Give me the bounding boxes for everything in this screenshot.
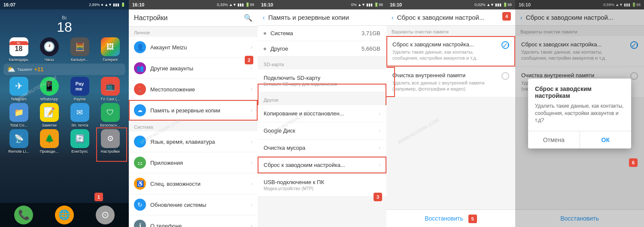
update-label: Обновление системы [150,202,251,208]
sdcard-item[interactable]: Подключить SD-карту Вставьте SD-карту дл… [258,70,386,92]
search-icon[interactable]: 🔍 [244,14,252,22]
app-label-whatsapp: WhatsApp [36,97,62,101]
apps-label: Приложения [150,160,251,166]
arrow-apps: › [251,160,252,166]
remoteli-icon: 📡 [9,129,28,148]
about-icon: ℹ [134,220,146,227]
dialog-buttons: Отмена ОК [528,131,631,148]
memory-title: Память и резервные копии [268,14,381,21]
settings-app-icon: ⚙ [101,129,120,148]
app-payme[interactable]: Payme Payme [67,77,93,101]
app-label-security: Безопасн... [97,123,123,127]
back-arrow-3[interactable]: ‹ [263,14,265,21]
settings-item-accounts[interactable]: 👥 Другие аккаунты › [129,58,258,79]
totalco-icon: 📁 [9,103,28,122]
app-remoteli[interactable]: 📡 Remote Li... [6,129,32,154]
telegram-icon: ✈ [9,77,28,96]
arrow-language: › [251,139,252,145]
settings-item-update[interactable]: ↻ Обновление системы › [129,194,258,215]
app-label-payme: Payme [67,97,93,101]
app-label-remoteli: Remote Li... [6,149,32,154]
app-calendar[interactable]: Вс 18 Календарь [6,37,32,62]
sdcard-section: SD-карта [258,57,386,70]
google-drive-item[interactable]: Google Диск › [258,122,386,139]
dock-phone[interactable]: 📞 [14,206,33,224]
screen-home: 16:07 2,89% ● ▲▼ ▮▮▮ 🔋 Вс 18 Вс 18 Кален… [0,0,129,227]
app-label-totalco: Total Co... [6,123,32,127]
dock-camera[interactable]: ⊙ [96,206,115,224]
internal-memory-text: Очистка внутренней памяти Удалить все да… [392,72,498,92]
internal-memory-desc: Удалить все данные с внутренней памяти (… [392,80,498,92]
settings-header: Настройки 🔍 [129,9,258,27]
checkmark-icon: ✓ [502,41,508,49]
language-label: Язык, время, клавиатура [150,139,251,145]
apps-icon: ⚏ [134,157,146,169]
dialog-cancel-button[interactable]: Отмена [528,131,580,148]
meizu-label: Аккаунт Meizu [150,44,251,51]
back-arrow-4[interactable]: ‹ [392,14,394,21]
app-files[interactable]: 🌲 Проводн... [36,129,62,154]
app-clock[interactable]: 🕐 Часы [36,37,62,62]
app-eversync[interactable]: 🔄 EverSync [67,129,93,154]
app-label-mail: Эл. почта [67,123,93,127]
app-telegram[interactable]: ✈ Telegram [6,77,32,101]
time-3: 16:10 [261,2,273,7]
app-tvcast[interactable]: 📺 TV Cast (... [97,77,123,101]
language-icon: 🌐 [134,136,146,148]
factory-reset-title: Сброс к заводским настройка... [392,41,498,48]
home-dock: 📞 🌐 ⊙ [0,203,129,227]
step-badge-3: 3 [374,193,382,201]
app-label-tvcast: TV Cast (... [97,97,123,101]
app-settings[interactable]: ⚙ Настройки [97,129,123,154]
about-label: О телефоне [150,223,251,227]
step-badge-6: 6 [629,158,638,167]
app-label-settings: Настройки [97,149,123,154]
factory-reset-item[interactable]: Сброс к заводским настройка... › [258,157,386,174]
mail-icon: ✉ [70,103,89,122]
clock-icon: 🕐 [40,37,59,56]
factory-reset-option[interactable]: Сброс к заводским настройка... Удалить т… [386,36,515,67]
settings-item-about[interactable]: ℹ О телефоне › [129,215,258,227]
step-badge-2: 2 [245,56,253,64]
app-gallery[interactable]: 🖼 Галерея [97,37,123,62]
factory-reset-desc: Удалить такие данные, как контакты, сооб… [392,49,498,61]
dialog-ok-button[interactable]: ОК [580,131,632,148]
calendar-icon: Вс 18 [9,37,28,56]
internal-memory-option[interactable]: Очистка внутренней памяти Удалить все да… [386,67,515,98]
dock-browser[interactable]: 🌐 [55,206,74,224]
time-2: 16:10 [132,2,144,7]
screen-confirm: 16:10 0,59% ▲▼ ▮▮▮ 🔋98 ‹ Сброс к заводск… [515,0,644,227]
memory-other: Другое 5,66GB [258,41,386,57]
app-whatsapp[interactable]: 📱 WhatsApp [36,77,62,101]
settings-item-language[interactable]: 🌐 Язык, время, клавиатура › [129,131,258,152]
status-icons-3: 0% ▲▼ ▮▮▮ 🔋98 [351,3,383,7]
cleanup-item[interactable]: Очистка мусора › [258,139,386,157]
settings-item-location[interactable]: 📍 Местоположение › [129,79,258,100]
status-bar-2: 16:10 0,33% ▲▼ ▮▮▮ 🔋99 [129,0,258,9]
home-content: Вс 18 Вс 18 Календарь 🕐 Часы [0,9,129,159]
internal-memory-title: Очистка внутренней памяти [392,72,498,79]
other-label: Другое [264,97,279,103]
app-totalco[interactable]: 📁 Total Co... [6,103,32,127]
watermark-4: WWW.RUTERK.COM [397,118,440,145]
internal-memory-radio[interactable] [501,72,509,80]
sdcard-sub: Вставьте SD-карту для подключения [264,82,337,87]
app-label-eversync: EverSync [67,149,93,154]
settings-item-accessibility[interactable]: ♿ Спец. возможности › [129,173,258,194]
settings-item-memory[interactable]: ☁ Память и резервные копии › [129,100,258,121]
app-notes[interactable]: 📝 Заметки [36,103,62,127]
step-badge-1: 1 [94,193,103,201]
settings-item-meizu[interactable]: 👤 Аккаунт Meizu › [129,37,258,58]
app-calc[interactable]: 🧮 Калькул... [67,37,93,62]
time-1: 16:07 [3,2,15,7]
arrow-location: › [251,86,252,92]
app-mail[interactable]: ✉ Эл. почта [67,103,93,127]
cleanup-label: Очистка мусора [264,145,379,151]
settings-item-apps[interactable]: ⚏ Приложения › [129,152,258,173]
backup-item[interactable]: Копирование и восстановлен... › [258,105,386,122]
factory-reset-radio[interactable]: ✓ [501,41,509,49]
restore-button-4[interactable]: Восстановить 5 [386,209,515,227]
status-bar-4: 16:10 0,02% ▲▼ ▮▮▮ 🔋98 [386,0,515,9]
usb-item[interactable]: USB-подключение к ПК Медиа-устройство (М… [258,174,386,197]
app-security[interactable]: 🛡 Безопасн... [97,103,123,127]
